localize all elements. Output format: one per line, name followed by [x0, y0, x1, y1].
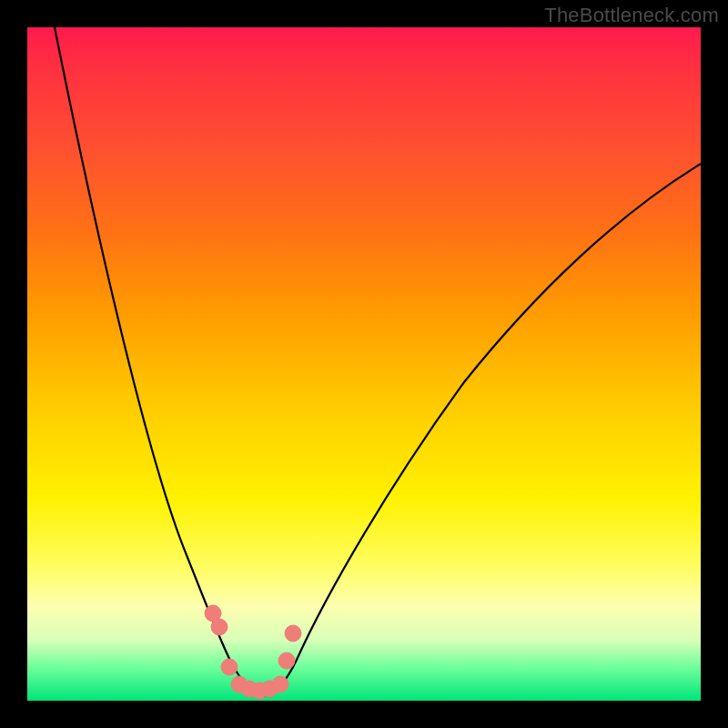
curve-layer [27, 27, 701, 701]
svg-point-2 [221, 659, 238, 675]
right-curve [264, 164, 701, 696]
chart-frame: TheBottleneck.com [0, 0, 728, 728]
left-curve [55, 27, 264, 696]
watermark-text: TheBottleneck.com [544, 4, 719, 27]
svg-point-7 [272, 676, 288, 693]
svg-point-9 [285, 625, 301, 642]
plot-area [27, 27, 701, 701]
marker-dots [205, 605, 301, 699]
svg-point-8 [278, 652, 295, 669]
svg-point-1 [211, 619, 228, 635]
